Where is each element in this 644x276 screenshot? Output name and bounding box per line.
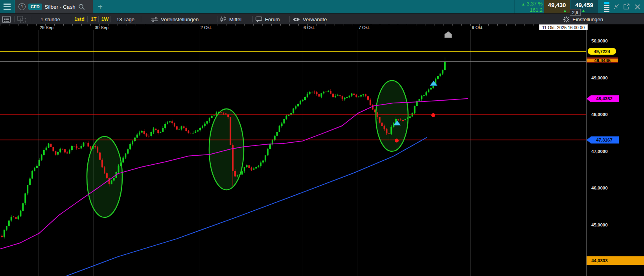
x-axis-label: 29 Sep. bbox=[40, 25, 55, 30]
y-axis-tick: 48,0000 bbox=[591, 112, 608, 117]
timeframe-current-button[interactable]: 1 stunde bbox=[34, 14, 67, 25]
candlestick-icon bbox=[220, 16, 226, 22]
range-button[interactable]: 13 Tage bbox=[112, 14, 138, 25]
menu-icon[interactable] bbox=[0, 0, 14, 13]
change-block: ▲ 3,37 % 161,2 bbox=[514, 0, 543, 13]
forum-button[interactable]: Forum bbox=[256, 14, 280, 25]
bid-price: 49,430 bbox=[548, 2, 566, 8]
depth-ladder-icon[interactable] bbox=[603, 0, 610, 13]
sell-price-button[interactable]: 49,430 ▲ bbox=[544, 0, 570, 13]
legend-list-icon[interactable] bbox=[2, 14, 11, 25]
x-axis-label: 7 Okt. bbox=[359, 25, 370, 30]
crosshair-time-label: 11 Okt. 2025 16:00:00 bbox=[539, 24, 588, 30]
price-badge: 48,4352 bbox=[587, 95, 619, 102]
up-arrow-icon: ▲ bbox=[521, 2, 525, 6]
related-button[interactable]: Verwandte bbox=[293, 14, 327, 25]
scroll-end-marker[interactable] bbox=[445, 31, 452, 38]
price-axis[interactable]: 50,000049,000048,000047,000046,000045,00… bbox=[586, 24, 644, 276]
settings-button[interactable]: Einstellungen bbox=[563, 14, 603, 25]
y-axis-tick: 50,0000 bbox=[591, 39, 608, 43]
new-tab-button[interactable]: + bbox=[94, 0, 107, 13]
chart-area[interactable]: 29 Sep.30 Sep.2 Okt.6 Okt.7 Okt.9 Okt. 1… bbox=[0, 24, 644, 276]
y-axis-tick: 47,0000 bbox=[591, 149, 608, 154]
related-label: Verwandte bbox=[303, 17, 327, 22]
title-bar: 1 CFD Silber - Cash + ▲ 3,37 % 161,2 49,… bbox=[0, 0, 644, 13]
y-axis-tick: 46,0000 bbox=[591, 186, 608, 190]
price-chart[interactable] bbox=[0, 24, 586, 276]
price-badge: 44,0333 bbox=[587, 256, 644, 265]
tab-number-badge: 1 bbox=[18, 3, 26, 10]
y-axis-tick: 45,0000 bbox=[591, 223, 608, 227]
up-arrow-icon: ▲ bbox=[563, 8, 567, 13]
trade-dot-marker[interactable] bbox=[395, 138, 399, 142]
y-axis-tick: 49,0000 bbox=[591, 75, 608, 80]
spread-badge: 2,9 bbox=[570, 9, 581, 16]
ask-price: 49,459 bbox=[575, 2, 593, 8]
price-badge: 49,4445 bbox=[587, 57, 618, 63]
timeframe-1d-button[interactable]: 1T bbox=[89, 14, 98, 25]
gear-icon bbox=[563, 16, 570, 23]
collapse-window-icon[interactable] bbox=[612, 0, 620, 13]
speech-bubble-icon bbox=[256, 17, 262, 22]
x-axis-label: 2 Okt. bbox=[201, 25, 212, 30]
price-badge: 49,7224 bbox=[588, 48, 616, 55]
close-icon[interactable] bbox=[633, 0, 642, 13]
layout-grid-icon[interactable] bbox=[17, 14, 26, 25]
trade-dot-marker[interactable] bbox=[431, 113, 435, 117]
x-axis-label: 9 Okt. bbox=[472, 25, 483, 30]
eye-icon bbox=[293, 17, 300, 22]
change-percent: 3,37 % bbox=[527, 1, 543, 7]
time-axis-minor-ticks bbox=[0, 24, 586, 26]
x-axis-label: 30 Sep. bbox=[95, 25, 110, 30]
x-axis-label: 6 Okt. bbox=[304, 25, 315, 30]
cfd-badge: CFD bbox=[28, 4, 42, 10]
timeframe-1w-button[interactable]: 1W bbox=[100, 14, 110, 25]
indicators-button[interactable]: Mittel bbox=[220, 14, 241, 25]
instrument-tab[interactable]: 1 CFD Silber - Cash bbox=[15, 0, 93, 13]
popout-window-icon[interactable] bbox=[622, 0, 631, 13]
presets-button[interactable]: Voreinstellungen bbox=[151, 14, 199, 25]
search-icon[interactable] bbox=[78, 4, 85, 10]
indicators-label: Mittel bbox=[229, 17, 241, 22]
sliders-icon bbox=[151, 17, 158, 22]
chart-toolbar: 1 stunde 1std 1T 1W 13 Tage Voreinstellu… bbox=[0, 13, 644, 24]
up-arrow-icon: ▲ bbox=[581, 8, 585, 13]
change-absolute: 161,2 bbox=[515, 7, 543, 13]
settings-label: Einstellungen bbox=[572, 17, 603, 22]
presets-label: Voreinstellungen bbox=[161, 17, 199, 22]
instrument-title: Silber - Cash bbox=[45, 4, 75, 10]
forum-label: Forum bbox=[265, 17, 280, 22]
timeframe-1h-button[interactable]: 1std bbox=[72, 14, 86, 25]
price-badge: 47,3167 bbox=[587, 136, 619, 144]
